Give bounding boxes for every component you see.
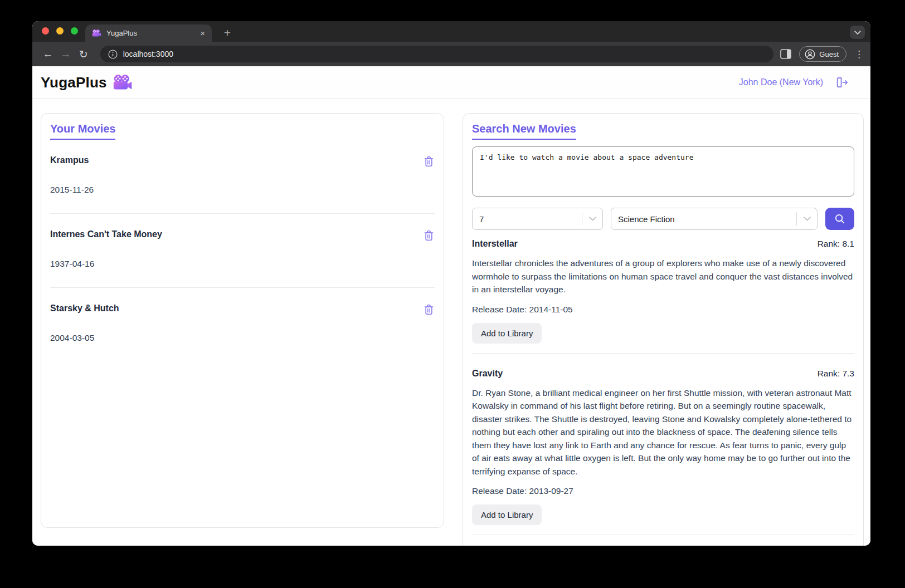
result-rank: Rank: 7.3 — [818, 369, 854, 379]
brand: YugaPlus — [41, 74, 133, 91]
movie-date: 2004-03-05 — [50, 333, 435, 343]
result-description: Interstellar chronicles the adventures o… — [472, 257, 854, 296]
browser-menu-button[interactable]: ⋮ — [854, 48, 864, 60]
divider — [50, 287, 435, 288]
result-release-date: Release Date: 2014-11-05 — [472, 305, 854, 315]
zoom-window-button[interactable] — [71, 27, 78, 35]
your-movies-panel: Your Movies Krampus 2015-11-26 Internes … — [41, 113, 444, 528]
forward-button[interactable]: → — [57, 45, 75, 63]
trash-icon[interactable] — [423, 303, 435, 316]
movie-date: 2015-11-26 — [50, 185, 435, 195]
address-bar[interactable]: localhost:3000 — [100, 46, 774, 62]
add-to-library-button[interactable]: Add to Library — [472, 323, 542, 344]
search-query-input[interactable]: I'd like to watch a movie about a space … — [472, 146, 854, 197]
url-text: localhost:3000 — [123, 50, 173, 58]
search-icon — [834, 213, 846, 225]
chevron-down-icon — [854, 31, 861, 35]
new-tab-button[interactable]: + — [220, 25, 235, 41]
back-button[interactable]: ← — [39, 45, 57, 63]
logout-icon[interactable] — [834, 76, 848, 89]
result-rank: Rank: 8.1 — [818, 239, 854, 249]
search-panel: Search New Movies I'd like to watch a mo… — [463, 113, 864, 546]
tab-favicon-movie-camera-icon — [92, 29, 101, 37]
close-window-button[interactable] — [42, 27, 49, 35]
guest-avatar-icon — [805, 49, 815, 60]
chevron-down-icon — [582, 217, 602, 221]
select-adornment — [582, 208, 602, 229]
add-to-library-button[interactable]: Add to Library — [472, 504, 542, 525]
movie-title: Internes Can't Take Money — [50, 229, 162, 239]
minimize-window-button[interactable] — [56, 27, 64, 35]
result-header: Gravity Rank: 7.3 — [472, 369, 854, 379]
movie-date: 1937-04-16 — [50, 259, 435, 269]
divider — [472, 353, 854, 354]
tab-strip: YugaPlus × + — [32, 21, 870, 42]
select-adornment — [796, 208, 817, 229]
result-title: Interstellar — [472, 239, 518, 249]
close-tab-icon[interactable]: × — [200, 29, 205, 37]
result-description: Dr. Ryan Stone, a brilliant medical engi… — [472, 386, 854, 478]
search-controls: 7 Science Fiction — [472, 208, 854, 230]
app-title: YugaPlus — [41, 74, 107, 91]
user-name: John Doe (New York) — [739, 77, 823, 87]
trash-icon[interactable] — [423, 155, 435, 168]
tab-title: YugaPlus — [106, 29, 195, 37]
profile-label: Guest — [819, 50, 839, 58]
list-item: Starsky & Hutch — [50, 303, 435, 316]
toolbar-right: Guest ⋮ — [780, 46, 864, 62]
genre-select[interactable]: Science Fiction — [611, 208, 818, 230]
browser-window: YugaPlus × + ← → ↻ localhost:3000 — [32, 21, 870, 546]
search-button[interactable] — [825, 208, 854, 230]
movie-title: Starsky & Hutch — [50, 303, 119, 313]
your-movies-title: Your Movies — [50, 122, 115, 140]
rank-select[interactable]: 7 — [472, 208, 603, 230]
browser-toolbar: ← → ↻ localhost:3000 Guest — [32, 42, 870, 66]
reload-button[interactable]: ↻ — [75, 45, 93, 63]
genre-select-value: Science Fiction — [618, 214, 675, 224]
main: Your Movies Krampus 2015-11-26 Internes … — [32, 100, 870, 546]
chevron-down-icon — [797, 217, 817, 221]
movie-camera-icon — [113, 74, 133, 91]
site-info-icon[interactable] — [108, 50, 118, 59]
window-controls[interactable] — [42, 27, 78, 35]
search-title: Search New Movies — [472, 122, 576, 140]
side-panel-icon[interactable] — [780, 49, 791, 59]
app-header: YugaPlus John Doe (New York) — [32, 66, 870, 99]
divider — [472, 535, 854, 535]
tab-search-chevron-button[interactable] — [850, 26, 865, 39]
result-release-date: Release Date: 2013-09-27 — [472, 486, 854, 496]
rank-select-value: 7 — [479, 214, 484, 224]
profile-button[interactable]: Guest — [799, 46, 846, 62]
result-header: Interstellar Rank: 8.1 — [472, 239, 854, 249]
result-title: Gravity — [472, 369, 503, 379]
divider — [50, 213, 435, 214]
list-item: Krampus — [50, 155, 435, 168]
page-content: YugaPlus John Doe (New York) Your Movies… — [32, 66, 870, 546]
list-item: Internes Can't Take Money — [50, 229, 435, 242]
header-right: John Doe (New York) — [739, 76, 848, 89]
trash-icon[interactable] — [423, 229, 435, 242]
movie-title: Krampus — [50, 155, 89, 165]
tab-yugaplus[interactable]: YugaPlus × — [85, 24, 212, 42]
